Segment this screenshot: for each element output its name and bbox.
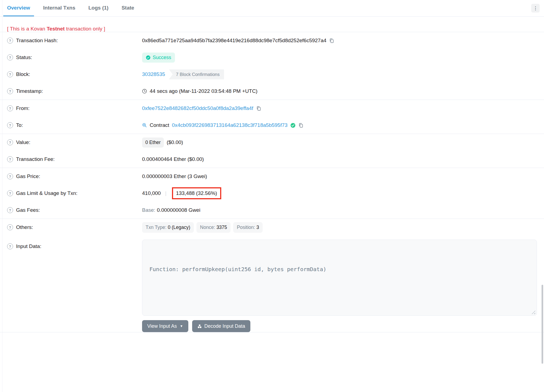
status-badge-label: Success [153, 55, 171, 60]
help-icon[interactable]: ? [7, 190, 13, 196]
input-data-label: Input Data: [16, 243, 41, 249]
gas-fees-label: Gas Fees: [16, 207, 40, 213]
help-icon[interactable]: ? [7, 243, 13, 249]
magnifier-plus-icon [142, 123, 147, 128]
value-usd: ($0.00) [167, 139, 183, 145]
input-data-textarea[interactable]: Function: performUpkeep(uint256 id, byte… [142, 240, 537, 316]
testnet-notice-suffix: transaction only ] [65, 26, 105, 32]
row-gas-limit-usage: ? Gas Limit & Usage by Txn: 410,000 | 13… [0, 185, 544, 202]
help-icon[interactable]: ? [7, 122, 13, 128]
help-icon[interactable]: ? [7, 105, 13, 111]
help-icon[interactable]: ? [7, 88, 13, 94]
row-from: ? From: 0xfee7522e8482682cf50ddc50a0f8da… [0, 100, 544, 117]
block-confirmations-badge: 7 Block Confirmations [169, 69, 224, 79]
row-to: ? To: Contract 0x4cb093f226983713164a621… [0, 117, 544, 134]
to-address-link[interactable]: 0x4cb093f226983713164a62138c3f718a5b595f… [172, 122, 288, 128]
row-gas-fees: ? Gas Fees: Base: 0.000000008 Gwei [0, 202, 544, 219]
copy-icon [256, 106, 261, 111]
copy-to-address-button[interactable] [298, 123, 303, 128]
transaction-tab-bar: Overview Internal Txns Logs (1) State ⋮ [0, 0, 544, 17]
copy-transaction-hash-button[interactable] [329, 38, 334, 43]
nonce-value: 3375 [216, 225, 227, 230]
testnet-notice: [ This is a Kovan Testnet transaction on… [7, 26, 537, 32]
tab-logs[interactable]: Logs (1) [85, 0, 112, 16]
tab-state[interactable]: State [118, 0, 138, 16]
gas-usage-value: 133,488 (32.56%) [176, 190, 217, 196]
txn-type-key: Txn Type: [146, 225, 168, 230]
help-icon[interactable]: ? [7, 224, 13, 230]
gas-fees-base-label: Base: [142, 207, 155, 213]
gas-limit-usage-label: Gas Limit & Usage by Txn: [16, 190, 78, 196]
position-badge: Position: 3 [233, 222, 263, 233]
row-transaction-fee: ? Transaction Fee: 0.000400464 Ether ($0… [0, 151, 544, 168]
check-circle-icon [146, 55, 150, 60]
status-badge: Success [142, 53, 175, 63]
others-label: Others: [16, 224, 33, 230]
to-label: To: [16, 122, 23, 128]
nonce-badge: Nonce: 3375 [196, 222, 230, 233]
more-options-kebab-button[interactable]: ⋮ [531, 4, 540, 13]
block-label: Block: [16, 71, 30, 77]
copy-icon [298, 123, 303, 128]
divider [0, 332, 544, 332]
ether-value-badge: 0 Ether [142, 137, 164, 148]
from-label: From: [16, 105, 30, 111]
help-icon[interactable]: ? [7, 38, 13, 44]
help-icon[interactable]: ? [7, 71, 13, 77]
gas-separator: | [164, 190, 168, 196]
tab-overview[interactable]: Overview [3, 0, 34, 16]
status-label: Status: [16, 54, 32, 60]
txn-type-value: 0 (Legacy) [168, 225, 190, 230]
gas-fees-base-value: 0.000000008 Gwei [157, 207, 201, 213]
position-value: 3 [256, 225, 259, 230]
copy-icon [329, 38, 334, 43]
row-transaction-hash: ? Transaction Hash: 0x86ed5a771e725aa94d… [0, 32, 544, 49]
zoom-in-contract-button[interactable] [142, 123, 147, 128]
to-contract-prefix: Contract [150, 122, 169, 128]
decode-input-data-label: Decode Input Data [204, 323, 245, 329]
row-block: ? Block: 30328535 7 Block Confirmations [0, 66, 544, 83]
gas-price-label: Gas Price: [16, 173, 40, 179]
row-value: ? Value: 0 Ether ($0.00) [0, 134, 544, 151]
row-timestamp: ? Timestamp: 44 secs ago (Mar-11-2022 03… [0, 83, 544, 100]
verified-check-icon [290, 123, 296, 128]
timestamp-label: Timestamp: [16, 88, 43, 94]
value-label: Value: [16, 139, 30, 145]
chevron-down-icon: ▼ [180, 324, 183, 328]
transaction-hash-label: Transaction Hash: [16, 38, 58, 44]
decode-input-data-button[interactable]: Decode Input Data [192, 320, 250, 332]
view-input-as-label: View Input As [147, 323, 177, 329]
copy-from-address-button[interactable] [256, 106, 261, 111]
testnet-notice-prefix: [ This is a Kovan [7, 26, 47, 32]
clock-icon [142, 89, 147, 94]
tab-internal-txns[interactable]: Internal Txns [39, 0, 79, 16]
cubes-icon [197, 324, 202, 329]
input-data-blank-line [149, 292, 530, 301]
from-address-link[interactable]: 0xfee7522e8482682cf50ddc50a0f8da2a39effa… [142, 105, 253, 111]
gas-usage-annotation-box: 133,488 (32.56%) [172, 187, 221, 199]
nonce-key: Nonce: [200, 225, 216, 230]
block-number-link[interactable]: 30328535 [142, 71, 165, 77]
help-icon[interactable]: ? [7, 139, 13, 145]
timestamp-value: 44 secs ago (Mar-11-2022 03:54:48 PM +UT… [150, 88, 257, 94]
row-input-data: ? Input Data: Function: performUpkeep(ui… [0, 240, 544, 316]
textarea-resize-grip[interactable] [531, 310, 535, 314]
transaction-fee-label: Transaction Fee: [16, 156, 55, 162]
page-scrollbar-thumb[interactable] [542, 285, 543, 364]
row-status: ? Status: Success [0, 49, 544, 66]
help-icon[interactable]: ? [7, 207, 13, 213]
position-key: Position: [237, 225, 256, 230]
help-icon[interactable]: ? [7, 156, 13, 162]
txn-type-badge: Txn Type: 0 (Legacy) [142, 222, 194, 233]
view-input-as-button[interactable]: View Input As ▼ [142, 320, 188, 332]
help-icon[interactable]: ? [7, 173, 13, 179]
row-gas-price: ? Gas Price: 0.000000003 Ether (3 Gwei) [0, 168, 544, 185]
input-data-actions: View Input As ▼ Decode Input Data [142, 320, 544, 332]
card-left-border [2, 0, 2, 392]
transaction-hash-value: 0x86ed5a771e725aa94d5b7fa2398e4419e216d8… [142, 38, 326, 44]
gas-limit-value: 410,000 [142, 190, 161, 196]
input-data-function-line: Function: performUpkeep(uint256 id, byte… [149, 265, 530, 274]
help-icon[interactable]: ? [7, 54, 13, 60]
row-others: ? Others: Txn Type: 0 (Legacy) Nonce: 33… [0, 219, 544, 236]
testnet-notice-emphasis: Testnet [47, 26, 64, 32]
